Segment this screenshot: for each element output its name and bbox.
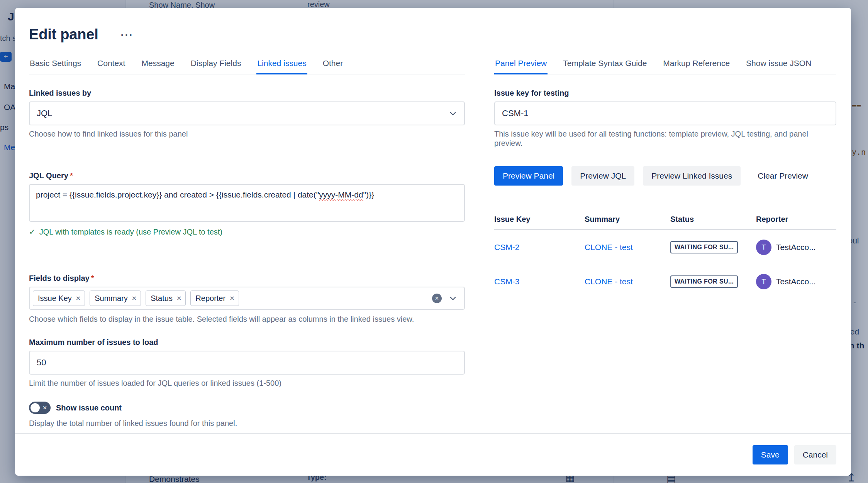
preview-actions: Preview Panel Preview JQL Preview Linked…	[494, 166, 836, 186]
column-header-summary: Summary	[585, 215, 670, 224]
field-tag-reporter: Reporter ✕	[190, 290, 239, 306]
table-header-row: Issue Key Summary Status Reporter	[494, 215, 836, 230]
jql-query-text: ")}}	[363, 190, 374, 199]
table-row: CSM-3 CLONE - test WAITING FOR SU... T T…	[494, 264, 836, 299]
show-issue-count-row: ✕ Show issue count	[29, 402, 465, 414]
tab-template-syntax-guide[interactable]: Template Syntax Guide	[562, 59, 648, 74]
tab-markup-reference[interactable]: Markup Reference	[662, 59, 731, 74]
preview-jql-button[interactable]: Preview JQL	[571, 166, 634, 186]
modal-header: Edit panel ⋯	[15, 8, 851, 44]
issue-key-help: This issue key will be used for all test…	[494, 129, 836, 148]
multiselect-controls: ✕	[432, 293, 458, 303]
preview-tabs: Panel Preview Template Syntax Guide Mark…	[494, 59, 836, 74]
tab-message[interactable]: Message	[141, 59, 175, 74]
fields-to-display-label: Fields to display*	[29, 274, 465, 283]
tab-display-fields[interactable]: Display Fields	[190, 59, 242, 74]
reporter-name: TestAcco...	[776, 277, 816, 286]
jql-query-text: project = {{issue.fields.project.key}} a…	[36, 190, 319, 199]
edit-panel-modal: Edit panel ⋯ Basic Settings Context Mess…	[15, 8, 851, 476]
check-icon: ✓	[29, 227, 36, 236]
preview-panel-button[interactable]: Preview Panel	[494, 166, 563, 186]
chevron-down-icon[interactable]	[448, 293, 458, 303]
required-indicator: *	[70, 171, 73, 180]
clear-preview-button[interactable]: Clear Preview	[749, 166, 817, 186]
more-options-button[interactable]: ⋯	[120, 28, 133, 41]
issue-key-link[interactable]: CSM-2	[494, 243, 519, 252]
remove-tag-icon[interactable]: ✕	[176, 295, 181, 302]
reporter-cell: T TestAcco...	[756, 274, 836, 289]
required-indicator: *	[91, 274, 94, 282]
field-tag-label: Status	[151, 294, 173, 303]
remove-tag-icon[interactable]: ✕	[76, 295, 81, 302]
jql-query-label-text: JQL Query	[29, 171, 68, 180]
avatar: T	[756, 274, 771, 289]
remove-tag-icon[interactable]: ✕	[229, 295, 234, 302]
avatar: T	[756, 240, 771, 255]
field-tag-label: Summary	[95, 294, 128, 303]
edit-panel-tabs: Basic Settings Context Message Display F…	[29, 59, 465, 74]
jql-ready-status: ✓ JQL with templates is ready (use Previ…	[29, 227, 465, 236]
field-tag-summary: Summary ✕	[90, 290, 141, 306]
field-tag-label: Issue Key	[38, 294, 72, 303]
field-tag-status: Status ✕	[146, 290, 186, 306]
jql-query-textarea[interactable]: project = {{issue.fields.project.key}} a…	[29, 184, 465, 222]
max-issues-help: Limit the number of issues loaded for JQ…	[29, 378, 465, 388]
modal-footer: Save Cancel	[15, 433, 851, 476]
issue-key-input[interactable]	[494, 101, 836, 125]
linked-issues-by-select[interactable]: JQL	[29, 101, 465, 125]
save-button[interactable]: Save	[753, 445, 788, 464]
preview-linked-issues-button[interactable]: Preview Linked Issues	[643, 166, 741, 186]
fields-to-display-help: Choose which fields to display in the is…	[29, 314, 465, 324]
jql-ready-text: JQL with templates is ready (use Preview…	[39, 228, 222, 236]
settings-column: Basic Settings Context Message Display F…	[29, 44, 465, 433]
tab-show-issue-json[interactable]: Show issue JSON	[745, 59, 812, 74]
show-issue-count-label: Show issue count	[56, 404, 122, 412]
linked-issues-by-help: Choose how to find linked issues for thi…	[29, 129, 465, 138]
toggle-knob	[31, 403, 40, 412]
remove-tag-icon[interactable]: ✕	[132, 295, 137, 302]
max-issues-input[interactable]	[29, 351, 465, 375]
tab-panel-preview[interactable]: Panel Preview	[494, 59, 548, 74]
tab-basic-settings[interactable]: Basic Settings	[29, 59, 82, 74]
fields-to-display-label-text: Fields to display	[29, 274, 90, 282]
issue-summary-link[interactable]: CLONE - test	[585, 277, 633, 286]
table-row: CSM-2 CLONE - test WAITING FOR SU... T T…	[494, 230, 836, 264]
tab-other[interactable]: Other	[322, 59, 344, 74]
tab-context[interactable]: Context	[97, 59, 126, 74]
issue-key-link[interactable]: CSM-3	[494, 277, 519, 286]
chevron-down-icon	[448, 108, 458, 118]
preview-column: Panel Preview Template Syntax Guide Mark…	[494, 44, 836, 433]
cancel-button[interactable]: Cancel	[794, 445, 836, 464]
show-issue-count-help: Display the total number of linked issue…	[29, 419, 465, 428]
modal-title: Edit panel	[29, 26, 98, 44]
column-header-reporter: Reporter	[756, 215, 836, 224]
tab-linked-issues[interactable]: Linked issues	[256, 59, 307, 74]
linked-issues-by-value: JQL	[37, 108, 52, 118]
preview-issues-table: Issue Key Summary Status Reporter CSM-2 …	[494, 215, 836, 299]
linked-issues-by-label: Linked issues by	[29, 88, 465, 98]
reporter-cell: T TestAcco...	[756, 240, 836, 255]
status-badge: WAITING FOR SU...	[670, 241, 738, 253]
issue-key-label: Issue key for testing	[494, 88, 836, 98]
clear-all-fields-icon[interactable]: ✕	[432, 294, 442, 303]
reporter-name: TestAcco...	[776, 243, 816, 252]
show-issue-count-toggle[interactable]: ✕	[29, 402, 51, 414]
jql-query-text-spellcheck: yyyy-MM-dd	[319, 190, 363, 199]
jql-query-label: JQL Query*	[29, 171, 465, 180]
max-issues-label: Maximum number of issues to load	[29, 338, 465, 347]
column-header-status: Status	[670, 215, 756, 224]
modal-body: Basic Settings Context Message Display F…	[15, 44, 851, 433]
field-tag-label: Reporter	[195, 294, 225, 303]
fields-to-display-multiselect[interactable]: Issue Key ✕ Summary ✕ Status ✕ Reporter …	[29, 287, 465, 310]
toggle-off-icon: ✕	[42, 405, 47, 411]
field-tag-issue-key: Issue Key ✕	[33, 290, 85, 306]
column-header-issue-key: Issue Key	[494, 215, 585, 224]
issue-summary-link[interactable]: CLONE - test	[585, 243, 633, 252]
status-badge: WAITING FOR SU...	[670, 275, 738, 288]
